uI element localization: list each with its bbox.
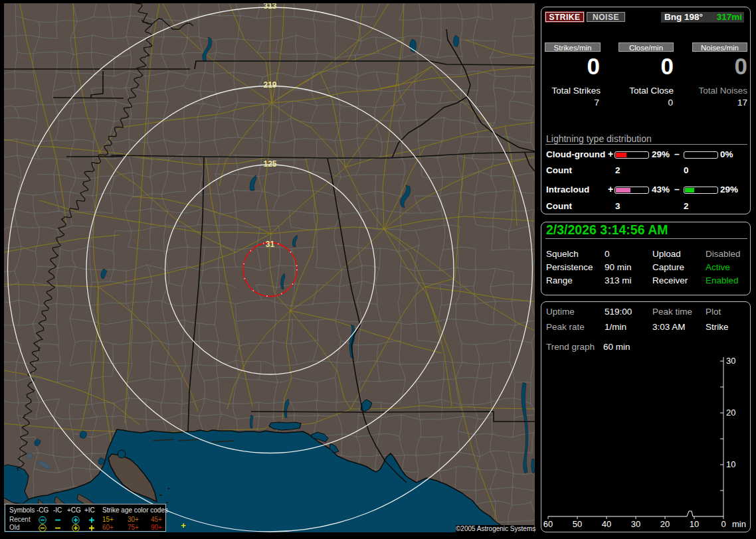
svg-text:30: 30 [726,356,735,366]
svg-text:0: 0 [721,519,725,529]
svg-text:10: 10 [690,519,699,529]
svg-text:40: 40 [602,519,611,529]
svg-text:+: + [181,520,186,530]
svg-text:125: 125 [263,159,276,169]
svg-text:313: 313 [263,3,276,11]
svg-text:min: min [732,519,746,529]
svg-text:30: 30 [631,519,640,529]
svg-text:20: 20 [660,519,670,529]
svg-text:31: 31 [266,240,275,249]
svg-text:20: 20 [726,408,735,418]
svg-text:60: 60 [543,519,553,529]
svg-text:50: 50 [573,519,582,529]
svg-text:219: 219 [263,80,276,90]
svg-text:10: 10 [726,459,735,469]
